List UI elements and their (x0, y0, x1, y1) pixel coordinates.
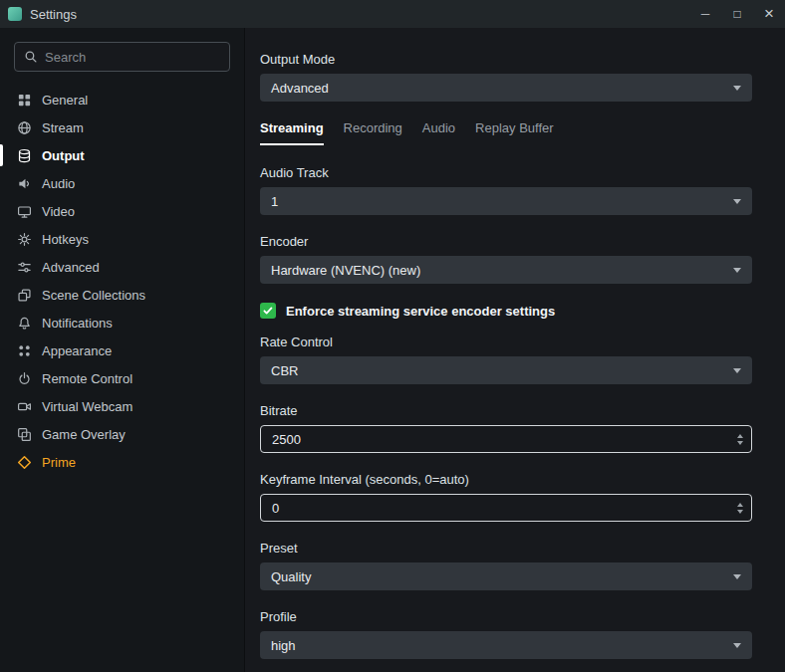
diamond-icon (16, 455, 32, 470)
decrement-button[interactable] (737, 441, 743, 445)
chevron-down-icon (733, 574, 741, 579)
sidebar-nav: General Stream Output (0, 86, 244, 476)
audio-track-select[interactable]: 1 (260, 187, 752, 215)
select-value: 1 (271, 194, 278, 209)
sidebar-item-audio[interactable]: Audio (0, 169, 244, 197)
sidebar-item-label: Video (42, 204, 75, 219)
sidebar-item-label: Appearance (42, 343, 112, 358)
sidebar-item-label: Prime (42, 455, 76, 470)
rate-control-label: Rate Control (260, 335, 752, 349)
sidebar-item-label: General (42, 93, 88, 108)
sidebar-item-label: Notifications (42, 316, 113, 331)
enforce-encoder-settings-checkbox-row[interactable]: Enforce streaming service encoder settin… (260, 303, 752, 319)
output-settings-panel: Output Mode Advanced Streaming Recording… (245, 28, 785, 672)
bitrate-spinner (737, 425, 743, 453)
database-icon (16, 148, 32, 163)
sidebar-item-appearance[interactable]: Appearance (0, 336, 244, 364)
window-title: Settings (30, 7, 77, 22)
sidebar-item-stream[interactable]: Stream (0, 113, 244, 141)
select-value: Quality (271, 569, 311, 584)
sidebar-item-label: Game Overlay (42, 427, 126, 442)
bitrate-field: Bitrate (260, 403, 752, 453)
sidebar-item-hotkeys[interactable]: Hotkeys (0, 225, 244, 253)
checkbox-label: Enforce streaming service encoder settin… (286, 304, 555, 319)
window-controls: ─ □ × (689, 0, 785, 28)
increment-button[interactable] (737, 434, 743, 438)
search-box[interactable] (14, 42, 230, 72)
power-icon (16, 371, 32, 386)
sidebar-item-label: Remote Control (42, 371, 132, 386)
sidebar-item-notifications[interactable]: Notifications (0, 309, 244, 336)
sidebar-item-label: Advanced (42, 260, 100, 275)
output-mode-label: Output Mode (260, 52, 752, 67)
gear-icon (16, 232, 32, 247)
sidebar-item-output[interactable]: Output (0, 141, 244, 169)
tab-recording[interactable]: Recording (344, 120, 402, 145)
keyframe-spinner (737, 494, 743, 522)
rate-control-field: Rate Control CBR (260, 335, 752, 384)
sidebar-item-game-overlay[interactable]: Game Overlay (0, 420, 244, 448)
sidebar: General Stream Output (0, 28, 245, 672)
bitrate-input[interactable] (260, 425, 752, 453)
encoder-label: Encoder (260, 234, 752, 249)
titlebar: Settings ─ □ × (0, 0, 785, 28)
speaker-icon (16, 176, 32, 191)
tab-audio[interactable]: Audio (422, 120, 455, 145)
increment-button[interactable] (737, 503, 743, 507)
bitrate-label: Bitrate (260, 403, 752, 418)
sidebar-item-prime[interactable]: Prime (0, 448, 244, 476)
encoder-select[interactable]: Hardware (NVENC) (new) (260, 256, 752, 284)
minimize-button[interactable]: ─ (689, 0, 721, 28)
sidebar-item-label: Hotkeys (42, 232, 89, 247)
overlay-windows-icon (16, 427, 32, 442)
output-mode-select[interactable]: Advanced (260, 74, 752, 102)
monitor-icon (16, 204, 32, 219)
sidebar-item-label: Scene Collections (42, 288, 145, 303)
app-logo-icon (8, 7, 22, 21)
preset-field: Preset Quality (260, 541, 752, 590)
chevron-down-icon (733, 268, 741, 273)
checkbox-checked-icon[interactable] (260, 303, 276, 319)
sidebar-item-label: Audio (42, 176, 75, 191)
select-value: Hardware (NVENC) (new) (271, 263, 420, 278)
sidebar-item-label: Output (42, 148, 85, 163)
profile-select[interactable]: high (260, 631, 752, 659)
bitrate-input-wrap (260, 425, 752, 453)
sidebar-item-scene-collections[interactable]: Scene Collections (0, 281, 244, 309)
main-row: General Stream Output (0, 28, 785, 672)
sidebar-item-general[interactable]: General (0, 86, 244, 113)
output-mode-field: Output Mode Advanced (260, 52, 752, 102)
rate-control-select[interactable]: CBR (260, 356, 752, 384)
sidebar-item-virtual-webcam[interactable]: Virtual Webcam (0, 392, 244, 420)
globe-icon (16, 120, 32, 135)
sliders-icon (16, 260, 32, 275)
sidebar-item-remote-control[interactable]: Remote Control (0, 364, 244, 392)
select-value: Advanced (271, 81, 329, 96)
decrement-button[interactable] (737, 510, 743, 514)
sidebar-item-label: Virtual Webcam (42, 399, 132, 414)
keyframe-interval-input-wrap (260, 494, 752, 522)
search-icon (24, 50, 38, 64)
profile-label: Profile (260, 609, 752, 624)
chevron-down-icon (733, 86, 741, 91)
grid-icon (16, 93, 32, 108)
keyframe-interval-label: Keyframe Interval (seconds, 0=auto) (260, 472, 752, 487)
keyframe-interval-input[interactable] (260, 494, 752, 522)
tab-streaming[interactable]: Streaming (260, 120, 324, 145)
search-input[interactable] (45, 50, 220, 65)
layers-icon (16, 288, 32, 303)
tab-replay-buffer[interactable]: Replay Buffer (475, 120, 554, 145)
sidebar-item-video[interactable]: Video (0, 197, 244, 225)
audio-track-field: Audio Track 1 (260, 165, 752, 215)
maximize-button[interactable]: □ (721, 0, 753, 28)
audio-track-label: Audio Track (260, 165, 752, 180)
preset-select[interactable]: Quality (260, 562, 752, 590)
select-value: high (271, 638, 296, 653)
close-button[interactable]: × (753, 0, 785, 28)
output-tabs: Streaming Recording Audio Replay Buffer (260, 120, 752, 145)
preset-label: Preset (260, 541, 752, 556)
profile-field: Profile high (260, 609, 752, 659)
bell-icon (16, 316, 32, 331)
dots-grid-icon (16, 343, 32, 358)
sidebar-item-advanced[interactable]: Advanced (0, 253, 244, 281)
